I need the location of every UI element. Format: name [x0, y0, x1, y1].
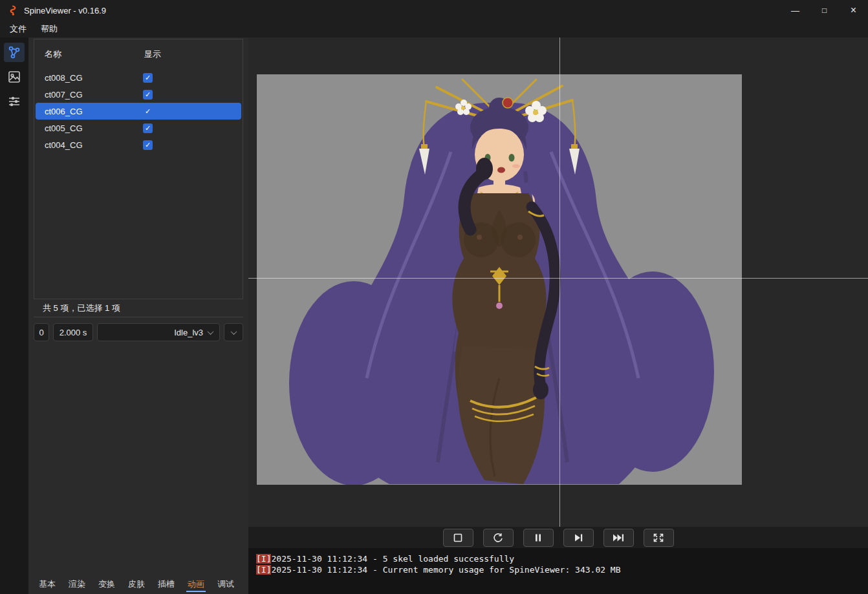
model-list-rows: ct008_CG✓ct007_CG✓ct006_CG✓ct005_CG✓ct00…: [34, 69, 243, 153]
spine-model-icon: [7, 45, 21, 59]
character-figure: [257, 74, 742, 485]
model-list: 名称 显示 ct008_CG✓ct007_CG✓ct006_CG✓ct005_C…: [34, 39, 243, 299]
stop-button[interactable]: [443, 529, 473, 547]
sidebar-item-texture[interactable]: [4, 67, 25, 87]
panel-tab[interactable]: 插槽: [151, 575, 181, 594]
sidebar-item-preferences[interactable]: [4, 92, 25, 111]
log-level-badge: [I]: [256, 554, 271, 564]
fast-forward-icon: [611, 533, 626, 543]
model-row[interactable]: ct007_CG✓: [36, 86, 241, 103]
visibility-checkbox[interactable]: ✓: [143, 123, 153, 133]
selection-status: 共 5 项，已选择 1 项: [34, 299, 243, 317]
window-controls: — □ ×: [781, 0, 868, 21]
model-name: ct007_CG: [45, 90, 142, 100]
visibility-checkbox[interactable]: ✓: [143, 140, 153, 150]
fast-forward-button[interactable]: [603, 529, 634, 547]
animation-track-row: 0 2.000 s Idle_lv3: [34, 323, 243, 342]
viewport: [I]2025-11-30 11:12:34 - 5 skel loaded s…: [248, 37, 868, 594]
track-duration-input[interactable]: 2.000 s: [53, 323, 93, 341]
panel-tab[interactable]: 调试: [211, 575, 241, 594]
model-row[interactable]: ct004_CG✓: [36, 136, 241, 153]
panel-tab[interactable]: 皮肤: [122, 575, 151, 594]
pause-icon: [530, 533, 546, 543]
menu-file[interactable]: 文件: [3, 21, 34, 37]
log-text: 2025-11-30 11:12:34 - 5 skel loaded succ…: [271, 554, 514, 564]
model-name: ct008_CG: [45, 73, 142, 83]
titlebar: SpineViewer - v0.16.9 — □ ×: [0, 0, 868, 21]
model-list-header: 名称 显示: [34, 39, 243, 69]
reset-button[interactable]: [483, 529, 514, 547]
visibility-checkbox[interactable]: ✓: [143, 73, 153, 83]
sliders-icon: [7, 94, 21, 109]
model-row[interactable]: ct008_CG✓: [36, 69, 241, 86]
panel-tab[interactable]: 变换: [92, 575, 122, 594]
app-window: SpineViewer - v0.16.9 — □ × 文件 帮助 名称: [0, 0, 868, 594]
sidebar-item-model-tree[interactable]: [4, 43, 25, 62]
fullscreen-icon: [651, 533, 666, 543]
reset-icon: [490, 533, 506, 543]
animation-select-value: Idle_lv3: [174, 328, 203, 337]
chevron-down-icon: [230, 328, 237, 335]
animation-select[interactable]: Idle_lv3: [97, 323, 220, 341]
visibility-checkbox[interactable]: ✓: [143, 90, 153, 100]
column-header-visible: 显示: [144, 48, 161, 60]
log-line: [I]2025-11-30 11:12:34 - Current memory …: [256, 564, 860, 575]
model-name: ct006_CG: [45, 107, 142, 116]
fullscreen-button[interactable]: [644, 529, 674, 547]
pause-button[interactable]: [523, 529, 554, 547]
minimize-button[interactable]: —: [781, 0, 810, 21]
window-title: SpineViewer - v0.16.9: [24, 6, 106, 16]
menu-help[interactable]: 帮助: [34, 21, 65, 37]
step-forward-icon: [570, 533, 586, 543]
panel-tab[interactable]: 基本: [32, 575, 62, 594]
log-text: 2025-11-30 11:12:34 - Current memory usa…: [271, 565, 620, 575]
panel-tabs: 基本渲染变换皮肤插槽动画调试: [28, 575, 248, 594]
model-row[interactable]: ct006_CG✓: [36, 103, 241, 120]
activity-bar: [0, 37, 28, 594]
image-icon: [7, 70, 21, 84]
panel-tab[interactable]: 动画: [181, 575, 211, 594]
stop-icon: [450, 533, 466, 543]
track-index[interactable]: 0: [34, 323, 49, 341]
panel-tab[interactable]: 渲染: [62, 575, 92, 594]
playback-bar: [248, 527, 868, 548]
model-name: ct004_CG: [45, 140, 142, 150]
chevron-down-icon: [208, 328, 214, 335]
menubar: 文件 帮助: [0, 21, 868, 37]
step-forward-button[interactable]: [563, 529, 594, 547]
left-panel: 名称 显示 ct008_CG✓ct007_CG✓ct006_CG✓ct005_C…: [28, 37, 248, 594]
close-button[interactable]: ×: [839, 0, 868, 21]
maximize-button[interactable]: □: [810, 0, 839, 21]
app-icon: [8, 5, 18, 16]
log-line: [I]2025-11-30 11:12:34 - 5 skel loaded s…: [256, 553, 860, 564]
column-header-name: 名称: [45, 48, 142, 60]
log-area[interactable]: [I]2025-11-30 11:12:34 - 5 skel loaded s…: [248, 548, 868, 594]
log-level-badge: [I]: [256, 565, 271, 575]
expand-track-button[interactable]: [224, 323, 243, 341]
model-row[interactable]: ct005_CG✓: [36, 120, 241, 136]
visibility-checkbox[interactable]: ✓: [143, 107, 153, 116]
render-canvas[interactable]: [257, 74, 742, 485]
model-name: ct005_CG: [45, 123, 142, 133]
